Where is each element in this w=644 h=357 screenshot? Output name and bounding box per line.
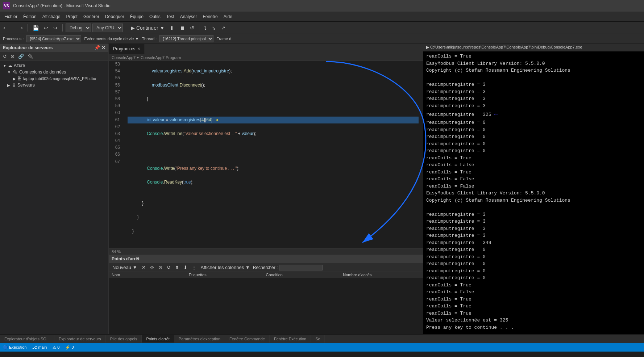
process-dropdown[interactable]: [9524] ConsoleApp7.exe xyxy=(26,35,81,42)
ln55: 55 xyxy=(112,75,120,81)
events-dropdown[interactable]: Événements du cycle de vie ▼ xyxy=(84,37,139,41)
continue-button[interactable]: ▶ Continuer ▼ xyxy=(129,24,166,32)
bp-col-nom: Nom xyxy=(112,273,189,277)
step-over[interactable]: ⤵ xyxy=(202,24,208,32)
cout-12: readimputregistre = 0 xyxy=(426,140,641,148)
menu-test[interactable]: Test xyxy=(163,13,177,21)
close-panel-icon[interactable]: ✕ xyxy=(101,45,105,50)
expand-dc-icon: ▼ xyxy=(7,70,11,74)
azure-label: Azure xyxy=(14,63,25,68)
thread-dropdown[interactable]: [16212] Thread principal xyxy=(159,35,213,42)
servers-icon: 🖥 xyxy=(12,83,16,88)
ln53: 53 xyxy=(112,61,120,68)
ln67: 67 xyxy=(112,158,120,165)
sep4 xyxy=(199,24,199,32)
cout-28: readimputregistre = 0 xyxy=(426,253,641,261)
cout-2: Copyright (c) Stefan Rossmann Engineerin… xyxy=(426,67,641,74)
menu-equipe[interactable]: Équipe xyxy=(127,13,146,21)
code-line-58: Console.WriteLine("Valeur selectionnée e… xyxy=(128,130,419,137)
tab-server-explorer[interactable]: Explorateur de serveurs xyxy=(54,335,106,343)
debug-mode-dropdown[interactable]: Debug xyxy=(66,24,91,32)
tab-program-cs[interactable]: Program.cs ✕ xyxy=(109,44,145,54)
ln57: 57 xyxy=(112,89,120,96)
vs-icon: VS xyxy=(3,2,10,9)
code-editor-panel: Program.cs ✕ ConsoleApp7 ▸ ConsoleApp7.P… xyxy=(109,43,423,255)
tab-breakpoints[interactable]: Points d'arrêt xyxy=(142,335,174,343)
tab-exception-settings[interactable]: Paramètres d'exception xyxy=(174,335,225,343)
bp-import-btn[interactable]: ⬇ xyxy=(182,264,189,271)
toolbar-save-all[interactable]: 💾 xyxy=(31,24,41,32)
tab-close-icon[interactable]: ✕ xyxy=(137,47,140,51)
connect-btn[interactable]: 🔗 xyxy=(17,53,25,60)
refresh-btn[interactable]: ↺ xyxy=(1,53,8,60)
expand-azure-icon: ▼ xyxy=(3,64,7,68)
bp-delete-btn[interactable]: ✕ xyxy=(140,264,147,271)
step-into[interactable]: ↘ xyxy=(210,24,218,32)
pin-icon[interactable]: 📌 xyxy=(94,45,100,50)
tab-execution-window[interactable]: Fenêtre Exécution xyxy=(270,335,311,343)
tab-command-window[interactable]: Fenêtre Commande xyxy=(225,335,270,343)
menu-debugger[interactable]: Déboguer xyxy=(102,13,127,21)
title-bar: VS ConsoleApp7 (Exécution) - Microsoft V… xyxy=(0,0,644,12)
bp-toggle-btn[interactable]: ⊙ xyxy=(157,264,164,271)
menu-edition[interactable]: Édition xyxy=(20,13,40,21)
menu-analyser[interactable]: Analyser xyxy=(177,13,200,21)
menu-aide[interactable]: Aide xyxy=(221,13,235,21)
toolbar-redo[interactable]: ↪ xyxy=(51,24,59,32)
cout-25: readimputregistre = 3 xyxy=(426,232,641,239)
breakpoints-panel: Points d'arrêt Nouveau ▼ ✕ ⊘ ⊙ ↺ ⬆ ⬇ ⋮ A… xyxy=(109,255,423,334)
bp-col-etiquettes: Étiquettes xyxy=(189,273,266,277)
db-icon: 🗄 xyxy=(17,76,22,81)
process-bar: Processus : [9524] ConsoleApp7.exe Événe… xyxy=(0,34,644,43)
data-connections-label: Connexions de données xyxy=(19,70,66,75)
menu-fichier[interactable]: Fichier xyxy=(1,13,20,21)
bp-new-btn[interactable]: Nouveau ▼ xyxy=(111,264,139,271)
platform-dropdown[interactable]: Any CPU xyxy=(92,24,123,32)
bp-delete-all-btn[interactable]: ⊘ xyxy=(149,264,155,271)
server-tree: ▼ ☁ Azure ▼ 🔌 Connexions de données ▶ 🗄 … xyxy=(0,61,108,334)
bp-export-btn[interactable]: ⬆ xyxy=(174,264,180,271)
step-out[interactable]: ↗ xyxy=(219,24,227,32)
bp-columns-btn[interactable]: Afficher les colonnes ▼ xyxy=(199,264,252,271)
tree-azure[interactable]: ▼ ☁ Azure xyxy=(0,62,108,69)
tab-object-explorer[interactable]: Explorateur d'objets SO... xyxy=(0,335,54,343)
tab-sc[interactable]: Sc xyxy=(311,335,325,343)
cout-15: readCoils = False xyxy=(426,161,641,169)
code-editor-area: 53 54 55 56 57 58 59 60 61 62 63 64 xyxy=(109,61,423,248)
tree-data-connections[interactable]: ▼ 🔌 Connexions de données xyxy=(0,69,108,75)
server-explorer-header: Explorateur de serveurs 📌 ✕ xyxy=(0,43,108,52)
bp-refresh-btn[interactable]: ↺ xyxy=(165,264,172,271)
tree-servers[interactable]: ▶ 🖥 Serveurs xyxy=(0,82,108,88)
toolbar-back[interactable]: ⟵ xyxy=(1,24,12,32)
code-line-66: } xyxy=(128,214,419,220)
sep3 xyxy=(126,24,126,32)
bp-step-btn[interactable]: ⋮ xyxy=(190,264,198,271)
filter-btn[interactable]: ⊘ xyxy=(9,53,16,60)
cout-0: readCoils = True xyxy=(426,53,641,60)
menu-affichage[interactable]: Affichage xyxy=(40,13,63,21)
disconnect-btn[interactable]: 🔌 xyxy=(26,53,35,60)
toolbar-forward[interactable]: ⟶ xyxy=(14,24,25,32)
bp-title: Points d'arrêt xyxy=(112,256,140,261)
toolbar-undo[interactable]: ↩ xyxy=(42,24,50,32)
menu-projet[interactable]: Projet xyxy=(63,13,80,21)
menu-outils[interactable]: Outils xyxy=(146,13,163,21)
menu-fenetre[interactable]: Fenêtre xyxy=(200,13,220,21)
code-content[interactable]: valeursregistres.Add(read_imputregistre)… xyxy=(123,61,423,248)
tab-call-stack[interactable]: Pile des appels xyxy=(106,335,142,343)
azure-icon: ☁ xyxy=(8,63,12,68)
menu-generer[interactable]: Générer xyxy=(80,13,102,21)
ln62: 62 xyxy=(112,123,120,130)
cout-3 xyxy=(426,74,641,81)
cout-26: readimputregistre = 349 xyxy=(426,239,641,247)
restart-button[interactable]: ↺ xyxy=(188,24,196,32)
cout-11: readimputregistre = 0 xyxy=(426,133,641,140)
bottom-tabs: Explorateur d'objets SO... Explorateur d… xyxy=(0,334,644,343)
bp-content xyxy=(109,278,423,334)
bp-search-input[interactable] xyxy=(279,265,323,270)
pause-button[interactable]: ⏸ xyxy=(168,24,176,32)
tree-db[interactable]: ▶ 🗄 laptop-tubi302s\magmasql.WFA_PPI.dbo xyxy=(0,75,108,82)
editor-and-bottom: Program.cs ✕ ConsoleApp7 ▸ ConsoleApp7.P… xyxy=(109,43,423,334)
bp-toolbar: Nouveau ▼ ✕ ⊘ ⊙ ↺ ⬆ ⬇ ⋮ Afficher les col… xyxy=(109,263,423,272)
stop-button[interactable]: ⏹ xyxy=(178,24,187,32)
